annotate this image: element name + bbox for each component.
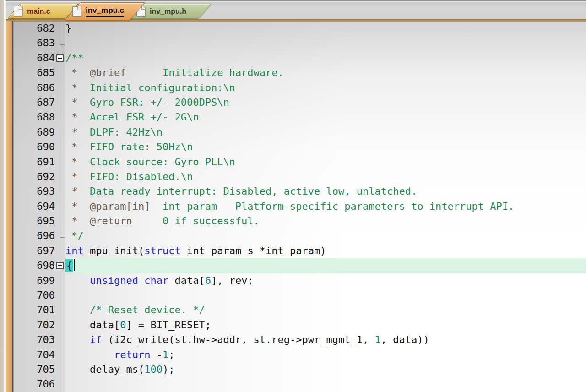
code-area[interactable]: 682}683684/**685 * @brief Initialize har… <box>14 21 586 392</box>
fold-margin <box>55 214 65 229</box>
code-text[interactable]: * @brief Initialize hardware. <box>65 65 586 80</box>
fold-margin <box>55 258 65 273</box>
line-number[interactable]: 706 <box>14 377 55 392</box>
code-text[interactable]: * Accel FSR +/- 2G\n <box>65 110 586 125</box>
line-number[interactable]: 703 <box>14 332 55 347</box>
code-line[interactable]: 687 * Gyro FSR: +/- 2000DPS\n <box>14 95 586 110</box>
code-line[interactable]: 684/** <box>14 51 586 65</box>
fold-scope-line <box>60 110 60 125</box>
line-number[interactable]: 701 <box>14 303 55 317</box>
code-text[interactable]: * Gyro FSR: +/- 2000DPS\n <box>65 95 586 110</box>
code-line[interactable]: 694 * @param[in] int_param Platform-spec… <box>14 199 586 214</box>
line-number[interactable]: 685 <box>14 65 55 80</box>
code-line[interactable]: 700 <box>14 288 586 303</box>
line-number[interactable]: 694 <box>14 199 55 214</box>
code-text[interactable]: * Initial configuration:\n <box>65 81 586 95</box>
code-token: ); <box>163 364 175 375</box>
code-line[interactable]: 698{ <box>14 258 586 273</box>
line-number[interactable]: 689 <box>14 125 55 140</box>
line-number[interactable]: 702 <box>14 318 55 332</box>
line-number[interactable]: 686 <box>14 81 55 95</box>
code-text[interactable]: */ <box>65 229 586 243</box>
code-text[interactable]: * Clock source: Gyro PLL\n <box>65 155 586 169</box>
fold-collapse-icon[interactable] <box>56 54 64 62</box>
fold-scope-line <box>60 21 60 36</box>
code-line[interactable]: 683 <box>14 36 586 50</box>
code-line[interactable]: 696 */ <box>14 229 586 243</box>
line-number[interactable]: 704 <box>14 348 55 362</box>
code-text[interactable]: /* Reset device. */ <box>65 303 586 317</box>
line-number[interactable]: 692 <box>14 169 55 184</box>
fold-scope-line <box>60 214 60 229</box>
fold-collapse-icon[interactable] <box>56 262 64 269</box>
code-line[interactable]: 693 * Data ready interrupt: Disabled, ac… <box>14 184 586 199</box>
line-number[interactable]: 684 <box>14 51 55 65</box>
code-text[interactable]: int mpu_init(struct int_param_s *int_par… <box>65 244 586 258</box>
line-number[interactable]: 695 <box>14 214 55 229</box>
code-token: ; <box>168 349 174 360</box>
tab-inv-mpu-h[interactable]: inv_mpu.h <box>136 4 205 19</box>
code-line[interactable]: 682} <box>14 21 586 36</box>
code-line[interactable]: 702 data[0] = BIT_RESET; <box>14 318 586 332</box>
line-number[interactable]: 682 <box>14 21 55 36</box>
code-line[interactable]: 691 * Clock source: Gyro PLL\n <box>14 155 586 169</box>
line-number[interactable]: 683 <box>14 36 55 50</box>
line-number[interactable]: 691 <box>14 155 55 169</box>
code-text[interactable]: * DLPF: 42Hz\n <box>65 125 586 140</box>
code-line[interactable]: 701 /* Reset device. */ <box>14 303 586 317</box>
code-line[interactable]: 685 * @brief Initialize hardware. <box>14 65 586 80</box>
code-token: * <box>65 111 90 123</box>
line-number[interactable]: 696 <box>14 229 55 243</box>
fold-margin <box>55 199 65 214</box>
tab-inv-mpu-c[interactable]: inv_mpu.c <box>72 2 137 21</box>
line-number[interactable]: 705 <box>14 362 55 377</box>
code-text[interactable]: * Data ready interrupt: Disabled, active… <box>65 184 586 199</box>
code-line[interactable]: 690 * FIFO rate: 50Hz\n <box>14 140 586 154</box>
fold-margin <box>55 155 65 169</box>
code-line[interactable]: 697int mpu_init(struct int_param_s *int_… <box>14 244 586 258</box>
code-line[interactable]: 695 * @return 0 if successful. <box>14 214 586 229</box>
code-line[interactable]: 704 return -1; <box>14 348 586 362</box>
code-token: * <box>65 82 90 93</box>
fold-scope-line <box>60 270 60 273</box>
code-line[interactable]: 688 * Accel FSR +/- 2G\n <box>14 110 586 125</box>
line-number[interactable]: 687 <box>14 95 55 110</box>
line-number[interactable]: 699 <box>14 273 55 288</box>
code-text[interactable]: * @param[in] int_param Platform-specific… <box>65 199 586 214</box>
line-number[interactable]: 688 <box>14 110 55 125</box>
code-line[interactable]: 692 * FIFO: Disabled.\n <box>14 169 586 184</box>
code-text[interactable]: unsigned char data[6], rev; <box>65 273 586 288</box>
fold-margin <box>55 244 65 258</box>
code-text[interactable]: if (i2c_write(st.hw->addr, st.reg->pwr_m… <box>65 332 586 347</box>
code-token: ], rev; <box>211 275 254 286</box>
code-text[interactable]: /** <box>65 51 586 65</box>
code-text[interactable]: * FIFO rate: 50Hz\n <box>65 140 586 154</box>
line-number[interactable]: 698 <box>14 258 55 273</box>
code-text[interactable]: { <box>65 258 586 273</box>
code-text[interactable]: data[0] = BIT_RESET; <box>65 318 586 332</box>
code-line[interactable]: 699 unsigned char data[6], rev; <box>14 273 586 288</box>
code-token: Data ready interrupt: Disabled, active l… <box>90 185 417 197</box>
line-number[interactable]: 700 <box>14 288 55 303</box>
code-text[interactable] <box>65 377 586 392</box>
code-line[interactable]: 686 * Initial configuration:\n <box>14 81 586 95</box>
code-text[interactable]: delay_ms(100); <box>65 362 586 377</box>
code-token: * @param[in] <box>65 201 150 212</box>
line-number[interactable]: 690 <box>14 140 55 154</box>
code-text[interactable] <box>65 288 586 303</box>
code-text[interactable]: return -1; <box>65 348 586 362</box>
code-line[interactable]: 705 delay_ms(100); <box>14 362 586 377</box>
code-line[interactable]: 706 <box>14 377 586 392</box>
line-number[interactable]: 697 <box>14 244 55 258</box>
code-line[interactable]: 689 * DLPF: 42Hz\n <box>14 125 586 140</box>
code-text[interactable] <box>65 36 586 50</box>
fold-margin <box>55 65 65 80</box>
tab-main-c[interactable]: main.c <box>14 4 72 19</box>
code-text[interactable]: * FIFO: Disabled.\n <box>65 169 586 184</box>
code-text[interactable]: } <box>65 21 586 36</box>
code-token: 1 <box>163 349 168 360</box>
line-number[interactable]: 693 <box>14 184 55 199</box>
code-text[interactable]: * @return 0 if successful. <box>65 214 586 229</box>
code-token: data[ <box>168 275 205 286</box>
code-line[interactable]: 703 if (i2c_write(st.hw->addr, st.reg->p… <box>14 332 586 347</box>
